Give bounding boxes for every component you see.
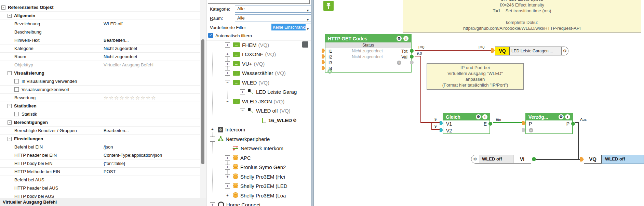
- properties-scrollbar[interactable]: [200, 0, 206, 198]
- verzoegerung-node[interactable]: Verzög... ⚙ i P P +: [525, 113, 573, 134]
- collapse-group-icon[interactable]: −: [8, 14, 12, 18]
- expand-icon[interactable]: +: [240, 89, 245, 94]
- kategorie-select[interactable]: Alle ▼: [235, 5, 311, 13]
- input-port-v2[interactable]: [440, 128, 443, 132]
- property-row[interactable]: In Visualisierung verwenden: [0, 77, 200, 86]
- section-header-virtueller-ausgang[interactable]: Virtueller Ausgang Befehl: [0, 198, 206, 206]
- property-value[interactable]: Content-Type:application/json: [101, 151, 200, 159]
- output-port-txt[interactable]: [410, 49, 414, 53]
- property-value[interactable]: POST: [101, 168, 200, 176]
- property-row[interactable]: Bewertung☆☆☆☆☆☆☆☆☆☆: [0, 94, 200, 102]
- property-row[interactable]: RaumNicht zugeordnet: [0, 53, 200, 61]
- chip-output-port[interactable]: [532, 157, 536, 161]
- gear-icon[interactable]: ⚙: [397, 36, 402, 41]
- rating-stars[interactable]: ☆☆☆☆☆☆☆☆☆☆: [101, 94, 200, 102]
- output-port-p[interactable]: [571, 122, 575, 126]
- property-row[interactable]: Berechtigte Benutzer / GruppenBearbeiten…: [0, 127, 200, 135]
- node-header[interactable]: Verzög... ⚙ i: [526, 114, 572, 120]
- expand-icon[interactable]: +: [225, 174, 230, 179]
- add-input-button[interactable]: +: [529, 128, 533, 132]
- collapse-group-icon[interactable]: −: [8, 71, 12, 75]
- property-value[interactable]: [101, 184, 200, 192]
- property-value[interactable]: Bearbeiten...: [101, 36, 200, 44]
- property-checkbox[interactable]: [14, 79, 19, 83]
- add-output-button[interactable]: +: [397, 61, 401, 65]
- property-value[interactable]: {"on":false}: [101, 159, 200, 167]
- note-ip-port[interactable]: IP und Port beiVirtuellem Ausgang "WLED"…: [427, 63, 524, 90]
- property-value[interactable]: Bearbeiten...: [101, 127, 200, 134]
- input-port-p[interactable]: [522, 121, 526, 125]
- collapse-icon[interactable]: −: [240, 108, 245, 113]
- collapse-group-icon[interactable]: −: [8, 120, 12, 125]
- property-group-header[interactable]: −Statistiken: [0, 102, 200, 110]
- property-row[interactable]: Hinweis-TextBearbeiten...: [0, 36, 200, 44]
- collapse-group-icon[interactable]: −: [1, 5, 5, 10]
- collapse-group-icon[interactable]: −: [8, 137, 12, 141]
- expand-icon[interactable]: +: [210, 127, 215, 132]
- chip-gear-button[interactable]: ⚙: [471, 155, 479, 164]
- output-port-e[interactable]: [488, 122, 492, 126]
- property-value[interactable]: [101, 77, 200, 85]
- property-value[interactable]: WLED off: [101, 20, 200, 28]
- property-checkbox[interactable]: [14, 87, 19, 92]
- property-row[interactable]: Visualisierungskennwort: [0, 86, 200, 94]
- output-port-spare[interactable]: [410, 61, 414, 64]
- property-value[interactable]: [101, 28, 200, 36]
- tree-item[interactable]: −Netzwerkperipherie: [206, 134, 314, 143]
- vi-source-label[interactable]: WLED off: [479, 155, 513, 164]
- vq-target-label[interactable]: LED Leiste Garagen ...: [510, 47, 562, 55]
- property-checkbox[interactable]: [14, 112, 19, 116]
- property-row[interactable]: Statistik: [0, 110, 200, 118]
- input-port-i4[interactable]: [322, 66, 325, 70]
- input-port-spare[interactable]: [522, 128, 526, 132]
- property-row[interactable]: HTTP Methode bei EINPOST: [0, 168, 200, 176]
- output-port-val[interactable]: [410, 55, 414, 59]
- property-group-header[interactable]: −Referenziertes Objekt: [0, 3, 200, 12]
- property-row[interactable]: Befehl bei AUS: [0, 176, 200, 184]
- property-value[interactable]: Nicht zugeordnet: [101, 53, 200, 61]
- raum-select[interactable]: Alle ▼: [235, 14, 311, 22]
- property-group-header[interactable]: −Berechtigungen: [0, 118, 200, 127]
- property-row[interactable]: BezeichnungWLED off: [0, 20, 200, 28]
- http-get-codes-node[interactable]: HTTP GET Codes ⚙ i Status I1 Nicht zugeo…: [325, 34, 412, 73]
- vordefinierte-filter-select[interactable]: Keine Einschränkung ▼: [271, 24, 311, 31]
- panel-splitter[interactable]: [311, 0, 314, 206]
- input-port-i1[interactable]: [322, 49, 325, 53]
- expand-icon[interactable]: +: [225, 52, 230, 57]
- expand-icon[interactable]: +: [225, 155, 230, 160]
- gear-icon[interactable]: ⚙: [293, 118, 297, 123]
- property-group-header[interactable]: −Einstellungen: [0, 135, 200, 143]
- node-header[interactable]: Gleich ⚙ i: [443, 114, 489, 120]
- add-input-button[interactable]: +: [327, 69, 332, 74]
- expand-icon[interactable]: +: [210, 202, 215, 206]
- property-value[interactable]: [101, 176, 200, 184]
- vi-port-badge[interactable]: VI: [513, 155, 531, 164]
- property-group-header[interactable]: −Allgemein: [0, 12, 200, 20]
- info-icon[interactable]: i: [403, 36, 408, 41]
- collapse-icon[interactable]: −: [210, 137, 215, 142]
- collapse-all-button[interactable]: −: [302, 41, 308, 48]
- property-value[interactable]: [101, 110, 200, 118]
- vq-target-label-selected[interactable]: WLED off: [602, 155, 644, 164]
- vq-port-badge[interactable]: VQ: [584, 155, 602, 164]
- expand-icon[interactable]: +: [225, 193, 230, 198]
- property-row[interactable]: Beschreibung: [0, 28, 200, 36]
- automatisch-filtern-checkbox[interactable]: ✓: [208, 33, 213, 38]
- property-row[interactable]: KategorieNicht zugeordnet: [0, 44, 200, 53]
- expand-icon[interactable]: +: [225, 42, 230, 48]
- expand-icon[interactable]: +: [225, 183, 230, 189]
- vq-port-badge[interactable]: VQ: [495, 47, 510, 55]
- property-row[interactable]: Befehl bei EIN/json: [0, 143, 200, 151]
- input-port-i2[interactable]: [322, 54, 325, 59]
- node-header[interactable]: HTTP GET Codes ⚙ i: [325, 35, 411, 42]
- tree-item[interactable]: +⚙Intercom: [206, 125, 314, 134]
- info-icon[interactable]: i: [482, 114, 487, 119]
- property-row[interactable]: HTTP header bei EINContent-Type:applicat…: [0, 151, 200, 159]
- gear-icon[interactable]: ⚙: [476, 114, 481, 119]
- note-wled-api[interactable]: SX=255 Effect SpeedIX=246 Effect Intensi…: [403, 0, 641, 33]
- input-port-v1[interactable]: [440, 121, 443, 125]
- gear-icon[interactable]: ⚙: [559, 114, 564, 119]
- expand-icon[interactable]: +: [225, 61, 230, 66]
- property-row[interactable]: HTTP body bei EIN{"on":false}: [0, 159, 200, 168]
- collapse-icon[interactable]: −: [225, 99, 230, 104]
